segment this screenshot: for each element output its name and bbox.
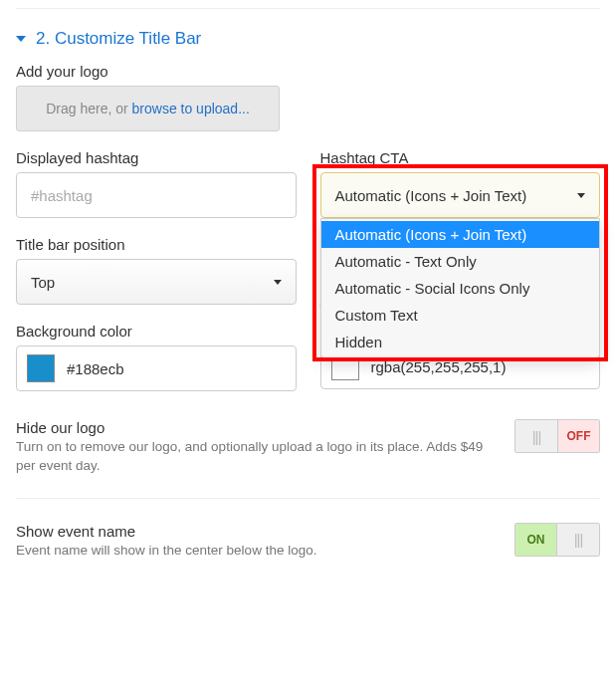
hashtag-cta-dropdown: Automatic (Icons + Join Text) Automatic … [320,218,601,358]
toggle-off-label: OFF [557,420,599,452]
label-background-color: Background color [16,323,297,340]
hashtag-input[interactable] [16,172,297,218]
toggle-grip-icon: ||| [515,420,557,452]
title-bar-position-select[interactable]: Top [16,259,297,305]
cta-option[interactable]: Automatic (Icons + Join Text) [321,221,600,248]
color-swatch [27,354,55,382]
cta-option[interactable]: Hidden [321,329,600,355]
hashtag-cta-selected-value: Automatic (Icons + Join Text) [335,187,527,204]
chevron-down-icon [274,280,282,285]
title-bar-position-value: Top [31,274,55,291]
section-title: 2. Customize Title Bar [36,29,201,49]
chevron-down-icon [16,36,26,42]
show-name-toggle[interactable]: ON ||| [514,523,600,557]
cta-option[interactable]: Automatic - Social Icons Only [321,275,600,302]
top-divider [16,8,600,9]
hide-logo-toggle[interactable]: ||| OFF [514,419,600,453]
background-color-picker[interactable]: #188ecb [16,345,297,391]
hide-logo-desc: Turn on to remove our logo, and optional… [16,438,495,476]
toggle-on-label: ON [515,524,557,556]
upload-drag-text: Drag here, or [46,101,127,116]
show-name-title: Show event name [16,523,495,540]
label-displayed-hashtag: Displayed hashtag [16,149,297,166]
divider [16,498,600,499]
field-add-logo: Add your logo Drag here, or browse to up… [16,63,600,131]
chevron-down-icon [577,193,585,198]
hashtag-cta-select[interactable]: Automatic (Icons + Join Text) [320,172,601,218]
label-title-bar-position: Title bar position [16,236,297,253]
section-header-customize-title-bar[interactable]: 2. Customize Title Bar [16,23,600,63]
label-add-logo: Add your logo [16,63,600,80]
cta-option[interactable]: Custom Text [321,302,600,329]
hide-logo-title: Hide our logo [16,419,495,436]
cta-option[interactable]: Automatic - Text Only [321,248,600,275]
background-color-value: #188ecb [67,360,124,377]
logo-upload-dropzone[interactable]: Drag here, or browse to upload... [16,86,280,131]
label-hashtag-cta: Hashtag CTA [320,149,601,166]
setting-hide-our-logo: Hide our logo Turn on to remove our logo… [16,409,600,494]
show-name-desc: Event name will show in the center below… [16,542,495,561]
browse-upload-link[interactable]: browse to upload... [132,101,250,116]
setting-show-event-name: Show event name Event name will show in … [16,513,600,578]
text-color-value: rgba(255,255,255,1) [371,358,507,375]
toggle-grip-icon: ||| [557,524,599,556]
